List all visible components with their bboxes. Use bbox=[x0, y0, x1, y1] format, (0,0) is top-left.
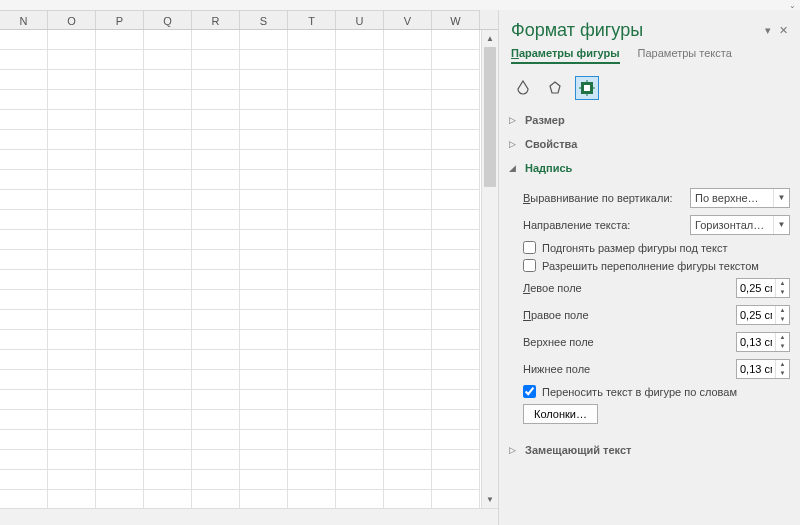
cell[interactable] bbox=[192, 270, 240, 290]
spin-bottom-margin[interactable]: ▲▼ bbox=[736, 359, 790, 379]
cell[interactable] bbox=[288, 370, 336, 390]
cell[interactable] bbox=[384, 130, 432, 150]
cell[interactable] bbox=[288, 50, 336, 70]
spin-left-margin[interactable]: ▲▼ bbox=[736, 278, 790, 298]
cell[interactable] bbox=[288, 330, 336, 350]
cell[interactable] bbox=[96, 110, 144, 130]
scroll-thumb[interactable] bbox=[484, 47, 496, 187]
spin-right-margin[interactable]: ▲▼ bbox=[736, 305, 790, 325]
cell[interactable] bbox=[336, 350, 384, 370]
input-top-margin[interactable] bbox=[737, 333, 775, 351]
cell[interactable] bbox=[384, 450, 432, 470]
column-header[interactable]: V bbox=[384, 10, 432, 29]
cell[interactable] bbox=[0, 430, 48, 450]
cell[interactable] bbox=[432, 430, 480, 450]
cell[interactable] bbox=[96, 170, 144, 190]
checkbox-wrap[interactable] bbox=[523, 385, 536, 398]
cell[interactable] bbox=[240, 450, 288, 470]
cell[interactable] bbox=[0, 490, 48, 508]
cell[interactable] bbox=[384, 90, 432, 110]
input-left-margin[interactable] bbox=[737, 279, 775, 297]
cell[interactable] bbox=[336, 230, 384, 250]
cell[interactable] bbox=[192, 410, 240, 430]
cell[interactable] bbox=[240, 210, 288, 230]
cell[interactable] bbox=[48, 230, 96, 250]
cell[interactable] bbox=[432, 130, 480, 150]
cell[interactable] bbox=[288, 70, 336, 90]
cell[interactable] bbox=[240, 250, 288, 270]
cell[interactable] bbox=[384, 190, 432, 210]
cell[interactable] bbox=[192, 370, 240, 390]
cell[interactable] bbox=[96, 490, 144, 508]
cell[interactable] bbox=[0, 290, 48, 310]
cell[interactable] bbox=[48, 310, 96, 330]
cell[interactable] bbox=[240, 430, 288, 450]
cell[interactable] bbox=[384, 490, 432, 508]
cell[interactable] bbox=[192, 210, 240, 230]
cell[interactable] bbox=[96, 290, 144, 310]
cell[interactable] bbox=[432, 190, 480, 210]
cell[interactable] bbox=[384, 410, 432, 430]
cell[interactable] bbox=[336, 50, 384, 70]
cell[interactable] bbox=[240, 150, 288, 170]
cell[interactable] bbox=[144, 170, 192, 190]
cell[interactable] bbox=[48, 290, 96, 310]
cell[interactable] bbox=[240, 290, 288, 310]
cell[interactable] bbox=[48, 410, 96, 430]
cell[interactable] bbox=[48, 370, 96, 390]
section-properties-header[interactable]: ▷ Свойства bbox=[507, 134, 790, 154]
cell[interactable] bbox=[0, 230, 48, 250]
column-header[interactable]: O bbox=[48, 10, 96, 29]
cell[interactable] bbox=[192, 150, 240, 170]
cell[interactable] bbox=[336, 130, 384, 150]
cell[interactable] bbox=[336, 250, 384, 270]
cell[interactable] bbox=[0, 250, 48, 270]
cell[interactable] bbox=[96, 310, 144, 330]
cell[interactable] bbox=[240, 130, 288, 150]
cell[interactable] bbox=[48, 170, 96, 190]
cell[interactable] bbox=[288, 390, 336, 410]
checkbox-overflow[interactable] bbox=[523, 259, 536, 272]
cell[interactable] bbox=[0, 350, 48, 370]
cell[interactable] bbox=[336, 390, 384, 410]
cell[interactable] bbox=[240, 470, 288, 490]
cell[interactable] bbox=[48, 350, 96, 370]
cell[interactable] bbox=[336, 270, 384, 290]
tab-text-options[interactable]: Параметры текста bbox=[638, 47, 732, 64]
cell[interactable] bbox=[288, 490, 336, 508]
spin-down-icon[interactable]: ▼ bbox=[776, 315, 789, 324]
cell[interactable] bbox=[336, 370, 384, 390]
column-header[interactable]: P bbox=[96, 10, 144, 29]
cell[interactable] bbox=[192, 430, 240, 450]
cell[interactable] bbox=[144, 110, 192, 130]
cell[interactable] bbox=[0, 470, 48, 490]
spin-up-icon[interactable]: ▲ bbox=[776, 360, 789, 369]
cell[interactable] bbox=[48, 70, 96, 90]
cell[interactable] bbox=[192, 230, 240, 250]
cell[interactable] bbox=[48, 470, 96, 490]
cell[interactable] bbox=[336, 30, 384, 50]
cell[interactable] bbox=[240, 170, 288, 190]
cell[interactable] bbox=[240, 110, 288, 130]
cell[interactable] bbox=[48, 450, 96, 470]
cell[interactable] bbox=[288, 210, 336, 230]
cell[interactable] bbox=[336, 70, 384, 90]
cell[interactable] bbox=[432, 170, 480, 190]
cell[interactable] bbox=[144, 70, 192, 90]
section-textbox-header[interactable]: ◢ Надпись bbox=[507, 158, 790, 178]
cell[interactable] bbox=[48, 110, 96, 130]
cell[interactable] bbox=[192, 190, 240, 210]
cell[interactable] bbox=[0, 50, 48, 70]
size-properties-icon[interactable] bbox=[575, 76, 599, 100]
cell[interactable] bbox=[336, 110, 384, 130]
cell[interactable] bbox=[288, 230, 336, 250]
cell[interactable] bbox=[96, 330, 144, 350]
spin-up-icon[interactable]: ▲ bbox=[776, 333, 789, 342]
cell[interactable] bbox=[48, 210, 96, 230]
cell[interactable] bbox=[432, 210, 480, 230]
cell[interactable] bbox=[432, 270, 480, 290]
grid-rows[interactable] bbox=[0, 30, 481, 508]
cell[interactable] bbox=[96, 250, 144, 270]
cell[interactable] bbox=[0, 30, 48, 50]
cell[interactable] bbox=[144, 430, 192, 450]
